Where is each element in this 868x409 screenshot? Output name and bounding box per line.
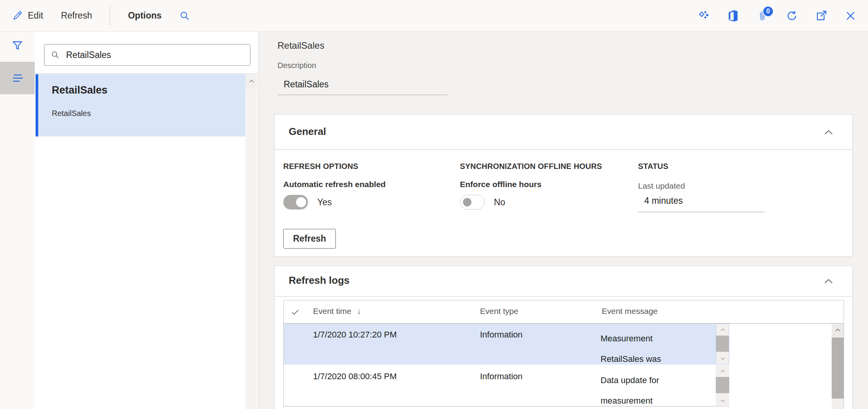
scrollbar-thumb[interactable] (716, 336, 729, 352)
group-heading: SYNCHRONIZATION OFFLINE HOURS (460, 162, 602, 171)
table-row (284, 406, 729, 409)
dynamics-icon (698, 10, 710, 22)
enforce-offline-hours-label: Enforce offline hours (460, 180, 541, 189)
collapse-general-button[interactable] (824, 130, 834, 135)
group-heading: REFRESH OPTIONS (283, 162, 358, 171)
general-section-header[interactable]: General (275, 115, 852, 150)
cell-event-time: 1/7/2020 10:27:20 PM (313, 330, 397, 340)
column-label: Event type (480, 307, 518, 315)
scroll-up-icon[interactable] (716, 365, 729, 377)
cell-event-message: Data update for measurement (601, 370, 659, 409)
options-menu-button[interactable]: Options (128, 10, 162, 21)
description-label: Description (277, 61, 316, 70)
automatic-refresh-label: Automatic refresh enabled (283, 180, 386, 189)
column-label: Event time (313, 307, 351, 315)
column-label: Event message (602, 307, 658, 315)
collapse-refresh-logs-button[interactable] (824, 278, 834, 284)
popout-button[interactable] (815, 9, 828, 22)
table-row[interactable]: 1/7/2020 10:27:20 PM Information Measure… (284, 324, 729, 365)
general-section-title: General (289, 126, 326, 138)
sync-icon (786, 10, 798, 22)
check-icon (291, 307, 300, 317)
toggle-knob (463, 198, 471, 206)
scroll-up-icon[interactable] (832, 324, 844, 337)
scrollbar-thumb[interactable] (716, 377, 729, 393)
pencil-icon (12, 10, 23, 21)
last-updated-label: Last updated (638, 181, 685, 191)
sort-descending-icon: ↓ (357, 307, 361, 315)
scroll-up-icon[interactable] (716, 324, 729, 335)
toolbar-search-button[interactable] (179, 10, 190, 21)
list-item-subtitle: RetailSales (52, 109, 91, 118)
options-label: Options (128, 10, 162, 21)
message-line: Data update for (601, 370, 659, 390)
message-line: Measurement (601, 328, 661, 349)
scroll-up-icon[interactable] (245, 74, 258, 88)
column-header-event-message[interactable]: Event message (602, 307, 658, 316)
office-apps-button[interactable] (727, 9, 740, 22)
message-cell-scrollbar[interactable] (716, 365, 729, 406)
page-title: RetailSales (277, 40, 324, 51)
refresh-logs-title: Refresh logs (289, 274, 350, 286)
refresh-logs-header[interactable]: Refresh logs (275, 266, 852, 297)
dynamics-button[interactable] (697, 9, 710, 22)
toolbar-right-icons: 0 (697, 0, 868, 31)
edit-label: Edit (28, 10, 43, 21)
edit-button[interactable]: Edit (12, 10, 43, 21)
enforce-offline-hours-toggle[interactable] (460, 195, 485, 210)
attachments-button[interactable]: 0 (756, 9, 769, 22)
message-cell-scrollbar[interactable] (716, 324, 729, 365)
table-row[interactable]: 1/7/2020 08:00:45 PM Information Data up… (284, 365, 729, 406)
refresh-menu-label: Refresh (61, 10, 92, 21)
enforce-offline-hours-toggle-row: No (460, 195, 505, 210)
refresh-button-label: Refresh (293, 233, 326, 244)
sync-button[interactable] (785, 9, 798, 22)
refresh-logs-table: Event time↓ Event type Event message 1/7… (283, 300, 844, 409)
search-icon (51, 50, 60, 60)
top-toolbar: Edit Refresh Options (0, 0, 868, 32)
cell-event-time: 1/7/2020 08:00:45 PM (313, 372, 397, 382)
office-icon (727, 10, 739, 22)
cell-event-type: Information (480, 372, 523, 382)
filter-funnel-icon (11, 39, 24, 52)
table-scrollbar[interactable] (832, 324, 844, 409)
scroll-down-icon[interactable] (716, 353, 729, 364)
column-header-event-type[interactable]: Event type (480, 307, 518, 316)
list-item-retailsales[interactable]: RetailSales RetailSales (36, 74, 245, 136)
toolbar-menu: Edit Refresh Options (0, 0, 190, 31)
close-icon (845, 10, 856, 22)
refresh-button[interactable]: Refresh (283, 229, 336, 249)
selection-accent-bar (36, 74, 38, 136)
close-button[interactable] (844, 9, 857, 22)
automatic-refresh-toggle[interactable] (283, 195, 308, 210)
list-divider (35, 73, 259, 74)
list-scrollbar[interactable] (245, 74, 258, 409)
filter-button[interactable] (0, 32, 35, 60)
chevron-up-icon (824, 278, 834, 284)
scroll-down-icon[interactable] (716, 395, 729, 406)
toolbar-divider (110, 6, 110, 26)
toggle-knob (296, 197, 306, 207)
column-header-event-time[interactable]: Event time↓ (313, 307, 361, 316)
popout-icon (815, 10, 827, 22)
refresh-menu-button[interactable]: Refresh (61, 10, 92, 21)
left-rail (0, 32, 35, 409)
enforce-offline-hours-value: No (494, 197, 505, 208)
general-section: General REFRESH OPTIONS Automatic refres… (274, 114, 853, 257)
description-field[interactable]: RetailSales (277, 73, 448, 95)
search-icon (179, 10, 190, 21)
table-header-row: Event time↓ Event type Event message (284, 300, 844, 324)
cell-event-type: Information (480, 330, 523, 340)
chevron-up-icon (824, 130, 834, 135)
list-view-button[interactable] (0, 62, 35, 94)
attachments-badge: 0 (762, 6, 774, 17)
scrollbar-thumb[interactable] (832, 337, 844, 399)
app-window: Edit Refresh Options (0, 0, 868, 409)
list-item-title: RetailSales (52, 84, 107, 96)
cell-event-message: Measurement RetailSales was (601, 328, 661, 369)
record-list-panel: RetailSales RetailSales (35, 32, 259, 409)
list-search-box[interactable] (44, 44, 250, 66)
refresh-logs-section: Refresh logs Event time↓ Event (274, 266, 853, 409)
list-search-input[interactable] (65, 49, 244, 61)
last-updated-value: 4 minutes (638, 191, 764, 212)
